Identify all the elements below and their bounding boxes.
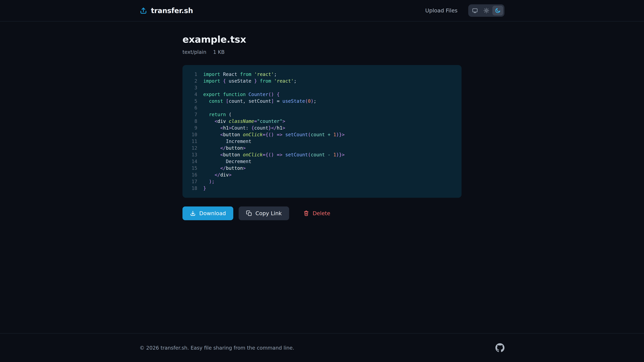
code-token: count - (311, 152, 334, 158)
code-token: Increment (203, 139, 252, 144)
code-token: return (209, 112, 226, 117)
code-token: 'react' (252, 71, 274, 77)
footer-copyright: © 2026 transfer.sh. Easy file sharing fr… (140, 345, 294, 351)
code-token: { (220, 78, 226, 84)
code-token: ; (294, 78, 296, 84)
theme-system-button[interactable] (470, 6, 480, 15)
code-token: { (274, 92, 280, 97)
theme-light-button[interactable] (481, 6, 492, 15)
code-token: 'react' (271, 78, 294, 84)
code-line: 6 (189, 105, 455, 111)
code-token: h1 (277, 125, 282, 131)
theme-dark-button[interactable] (492, 6, 503, 15)
code-line: 14 Decrement (189, 158, 455, 165)
code-token (203, 112, 209, 117)
code-token: Counter (246, 92, 268, 97)
monitor-icon (472, 7, 478, 13)
footer-container: © 2026 transfer.sh. Easy file sharing fr… (140, 334, 504, 362)
code-token: )}> (336, 152, 345, 158)
code-token: > (243, 145, 246, 151)
line-number: 5 (189, 98, 197, 105)
github-icon (496, 343, 504, 352)
line-number: 8 (189, 118, 197, 125)
logo-link[interactable]: transfer.sh (140, 6, 193, 15)
code-line: 12 </button> (189, 145, 455, 151)
code-token: < (220, 125, 223, 131)
code-token: from (257, 78, 271, 84)
copy-link-button[interactable]: Copy Link (239, 206, 289, 220)
line-number: 7 (189, 111, 197, 118)
code-token: = (254, 118, 257, 124)
code-token (203, 118, 214, 124)
file-meta: text/plain 1 KB (182, 49, 462, 55)
line-number: 2 (189, 78, 197, 84)
code-token: useState (226, 78, 254, 84)
download-button[interactable]: Download (182, 206, 233, 220)
code-token: ( (308, 132, 311, 137)
theme-toggle-group (468, 4, 504, 17)
code-token: } (268, 125, 271, 131)
code-token (203, 145, 220, 151)
code-token: 1 (333, 132, 336, 137)
code-token: ( (308, 152, 311, 158)
code-token: > (229, 125, 232, 131)
code-token: div (220, 172, 229, 178)
line-number: 18 (189, 185, 197, 192)
code-token: setCount (282, 132, 308, 137)
upload-icon (140, 7, 147, 14)
code-token: < (220, 152, 223, 158)
code-token: className (226, 118, 254, 124)
delete-button[interactable]: Delete (300, 206, 334, 220)
action-bar: Download Copy Link (182, 206, 462, 220)
code-token (203, 98, 209, 104)
code-token: ; (274, 71, 277, 77)
code-token: count + (311, 132, 334, 137)
code-line: 4export function Counter() { (189, 91, 455, 98)
code-token: ( (305, 98, 308, 104)
file-size: 1 KB (213, 49, 224, 55)
code-token: import (203, 71, 220, 77)
main: example.tsx text/plain 1 KB 1import Reac… (0, 21, 644, 333)
line-number: 6 (189, 105, 197, 111)
code-token: </ (214, 172, 220, 178)
line-number: 12 (189, 145, 197, 151)
code-token: React (220, 71, 240, 77)
line-number: 1 (189, 71, 197, 78)
code-token: h1 (223, 125, 229, 131)
code-token: const (209, 98, 223, 104)
code-line: 2import { useState } from 'react'; (189, 78, 455, 84)
code-token: setCount (282, 152, 308, 158)
line-number: 11 (189, 138, 197, 145)
code-token: () (268, 92, 274, 97)
code-token: ={() => (263, 152, 282, 158)
code-token: ); (209, 179, 215, 184)
nav-upload-files[interactable]: Upload Files (425, 7, 458, 14)
line-number: 15 (189, 165, 197, 172)
header-right: Upload Files (425, 4, 504, 17)
code-line: 8 <div className="counter"> (189, 118, 455, 125)
code-token: [ (223, 98, 229, 104)
code-token: > (282, 118, 285, 124)
code-token: Decrement (203, 159, 252, 164)
line-number: 4 (189, 91, 197, 98)
code-token: } (203, 186, 206, 191)
code-token: button (226, 165, 243, 171)
delete-button-label: Delete (312, 210, 330, 217)
code-token: ; (314, 98, 316, 104)
code-line: 11 Increment (189, 138, 455, 145)
download-icon (190, 210, 196, 216)
logo-text: transfer.sh (151, 6, 193, 15)
code-viewer: 1import React from 'react';2import { use… (182, 65, 462, 198)
github-link[interactable] (496, 343, 504, 352)
footer: © 2026 transfer.sh. Easy file sharing fr… (0, 333, 644, 362)
code-token: > (282, 125, 285, 131)
code-token: > (229, 172, 232, 178)
trash-icon (303, 210, 309, 216)
code-token (203, 165, 220, 171)
code-token: count (254, 125, 268, 131)
line-number: 14 (189, 158, 197, 165)
code-token: export function (203, 92, 246, 97)
moon-icon (495, 7, 501, 13)
line-number: 16 (189, 172, 197, 178)
code-line: 17 ); (189, 178, 455, 185)
